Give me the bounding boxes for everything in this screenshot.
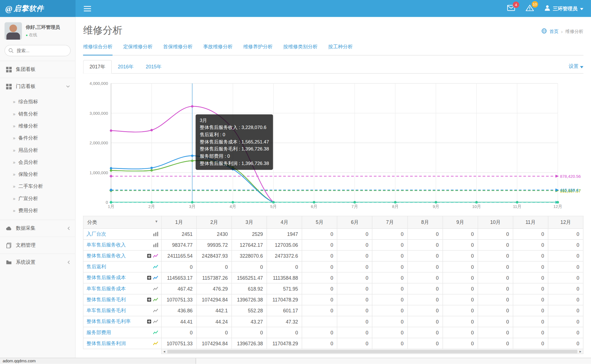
sidebar-subitem[interactable]: »保险分析 [0,168,75,180]
sidebar-item-1[interactable]: 门店看板 [0,78,75,95]
metric-value: 0 [267,261,302,272]
table-horizontal-scrollbar[interactable]: ◄ ► [161,349,583,354]
year-tab-2[interactable]: 2015年 [140,60,168,73]
sidebar-item-3[interactable]: 文档管理 [0,237,75,254]
metric-value: 0 [407,261,443,272]
page-tab-5[interactable]: 按维修类别分析 [283,40,318,55]
expand-icon[interactable] [147,254,151,258]
double-angle-icon: » [13,184,15,189]
page-tab-2[interactable]: 首保维修分析 [163,40,192,55]
scrollbar-thumb[interactable] [167,350,577,353]
year-tab-1[interactable]: 2016年 [112,60,140,73]
expand-icon[interactable] [147,319,151,324]
line-chart-icon[interactable] [153,297,158,302]
category-header[interactable]: 分类▾ [83,216,161,229]
metric-value: 0 [372,240,407,250]
metric-link[interactable]: 单车售后服务成本 [87,285,126,292]
scroll-left-icon[interactable]: ◄ [162,349,167,354]
metric-link[interactable]: 整体售后服务毛利率 [87,318,131,325]
line-chart-icon[interactable] [153,319,158,324]
metric-value: 99935.72 [197,240,232,250]
sidebar-subitem[interactable]: »用品分析 [0,144,75,156]
chevron-down-icon[interactable]: ▾ [155,219,157,224]
page-tab-6[interactable]: 按工种分析 [328,40,353,55]
metric-link[interactable]: 单车售后服务收入 [87,241,126,248]
metric-link[interactable]: 售后返利 [87,264,106,270]
metric-link[interactable]: 入厂台次 [87,231,106,237]
page-tab-0[interactable]: 维修综合分析 [83,40,112,55]
sidebar-subitem[interactable]: »销售分析 [0,108,75,120]
line-chart-icon[interactable] [153,265,158,269]
sidebar-item-2[interactable]: 数据采集 [0,220,75,237]
metric-value: 1145653.17 [161,272,197,283]
window-scrollbar[interactable]: adom.qqdms.com [0,358,591,364]
sidebar-subitem[interactable]: »二手车分析 [0,180,75,192]
breadcrumb-current: 维修分析 [565,28,583,35]
mail-button[interactable]: 4 [507,5,515,12]
sidebar-subitem[interactable]: »费用分析 [0,205,75,217]
chevron-left-icon [68,260,70,264]
page-title: 维修分析 [83,24,122,37]
breadcrumb-home[interactable]: 首页 [549,28,558,35]
sidebar-subitem[interactable]: »广宣分析 [0,193,75,205]
svg-text:8月: 8月 [392,204,399,209]
month-header: 3月 [232,216,267,229]
metric-link[interactable]: 整体售后服务利润 [87,340,126,347]
analysis-tabs: 维修综合分析定保维修分析首保维修分析事故维修分析维修养护分析按维修类别分析按工种… [83,40,583,55]
maintenance-trend-chart[interactable]: 4,000,0003,000,0002,000,0001,000,00001月2… [83,75,583,213]
line-chart-icon[interactable] [153,276,158,280]
settings-dropdown[interactable]: 设置 [569,63,583,73]
hamburger-menu-icon[interactable] [84,4,91,13]
avatar[interactable] [4,22,22,40]
metric-value: 1396726.38 [232,294,267,305]
page-tab-3[interactable]: 事故维修分析 [203,40,232,55]
sidebar-subitem-label: 二手车分析 [18,183,43,190]
page-tab-1[interactable]: 定保维修分析 [123,40,152,55]
line-chart-icon[interactable] [153,341,158,346]
user-menu[interactable]: 三环管理员 [545,5,583,12]
search-input[interactable] [4,45,71,56]
sidebar-subitem[interactable]: »备件分析 [0,132,75,144]
breadcrumb-separator: › [561,29,563,34]
sidebar-subitem[interactable]: »会员分析 [0,156,75,168]
sidebar-subitem[interactable]: »维修分析 [0,120,75,132]
bar-chart-icon[interactable] [153,232,158,236]
metric-value: 0 [372,229,407,240]
sidebar-item-0[interactable]: 集团看板 [0,61,75,78]
metric-value: 552.28 [232,305,267,316]
metric-link[interactable]: 整体售后服务收入 [87,252,126,259]
metric-link[interactable]: 服务部费用 [87,329,111,336]
metric-value: 0 [548,305,583,316]
metric-value: 0 [478,229,513,240]
expand-icon[interactable] [147,276,151,280]
table-row: 单车售后服务毛利436.86442.1552.28601.1700000000 [83,305,583,316]
metric-value: 0 [302,261,337,272]
metric-value: 1170478.29 [267,294,302,305]
metric-value: 0 [548,240,583,250]
sidebar-subitem[interactable]: »综合指标 [0,96,75,108]
line-chart-icon[interactable] [153,254,158,258]
expand-icon[interactable] [147,297,151,302]
scroll-right-icon[interactable]: ► [578,349,583,354]
app-logo[interactable]: @ 启擎软件 [0,0,75,17]
metric-value: 0 [337,327,372,338]
page-tab-4[interactable]: 维修养护分析 [243,40,273,55]
metric-value: 0 [478,272,513,283]
svg-text:5月: 5月 [270,204,277,209]
metric-link[interactable]: 单车售后服务毛利 [87,307,126,314]
metric-value: 0 [372,338,407,349]
sidebar-item-4[interactable]: 系统设置 [0,254,75,271]
metric-link[interactable]: 整体售后服务成本 [87,274,126,281]
metric-value: 44.41 [161,316,197,327]
year-tab-0[interactable]: 2017年 [83,60,112,74]
line-chart-icon[interactable] [153,330,158,335]
metric-link[interactable]: 整体售后服务毛利 [87,296,126,303]
line-chart-icon[interactable] [153,286,158,291]
line-chart-icon[interactable] [153,308,158,313]
alerts-button[interactable]: 10 [526,4,534,13]
month-header: 6月 [337,216,372,229]
bar-chart-icon[interactable] [153,243,158,247]
metric-value: 0 [478,294,513,305]
double-angle-icon: » [13,148,15,153]
svg-text:4月: 4月 [230,204,236,209]
